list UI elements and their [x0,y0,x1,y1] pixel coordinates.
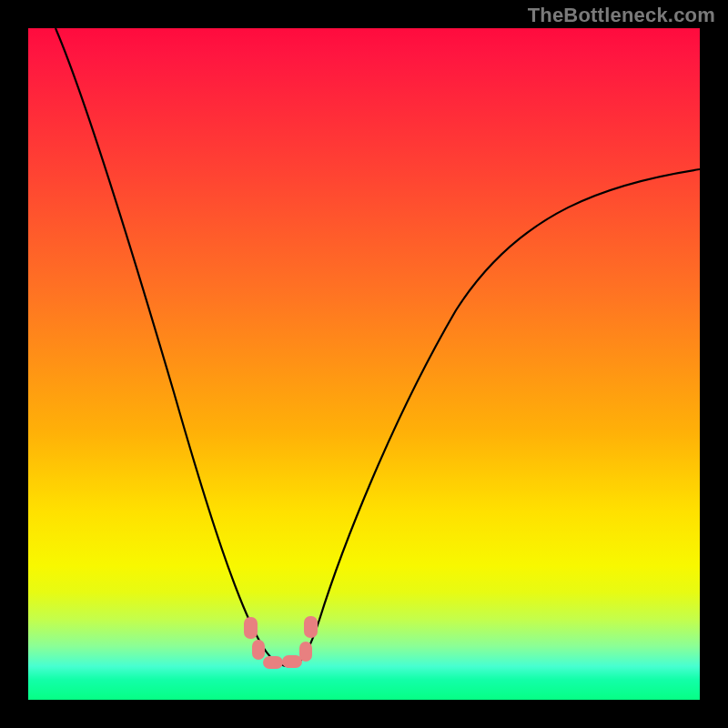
curve-marker [244,617,258,639]
watermark-text: TheBottleneck.com [528,4,715,27]
curve-marker [299,642,312,662]
curve-marker [304,616,318,638]
curve-marker [252,640,265,660]
plot-area [28,28,700,700]
curve-marker [263,656,283,669]
outer-frame: TheBottleneck.com [0,0,728,728]
bottleneck-curve [28,28,700,700]
